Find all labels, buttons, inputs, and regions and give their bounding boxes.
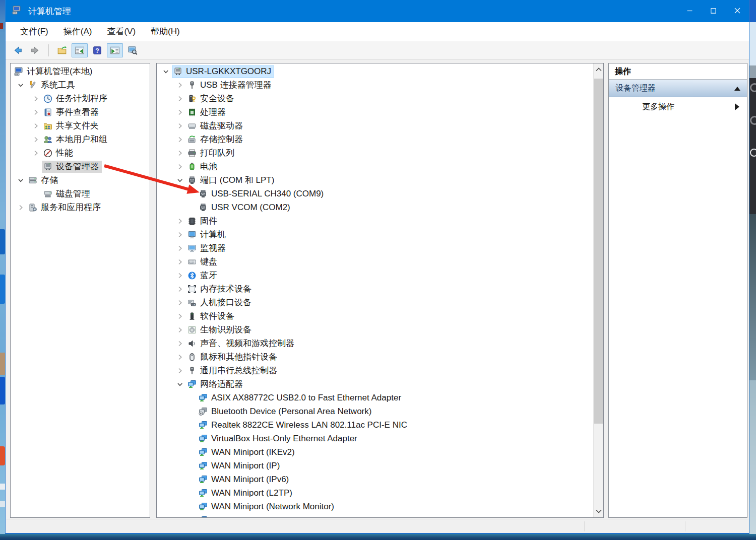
selected-tree-item-content[interactable]: USR-LGKKXTGOORJ bbox=[172, 65, 274, 78]
show-console-tree-button[interactable] bbox=[72, 43, 88, 57]
tree-item-network-adapter[interactable]: WAN Miniport (IKEv2) bbox=[157, 445, 603, 459]
chevron-right-icon[interactable] bbox=[174, 271, 186, 280]
tree-item-content[interactable]: 本地用户和组 bbox=[42, 133, 110, 146]
tree-item-content[interactable]: USB-SERIAL CH340 (COM9) bbox=[197, 188, 327, 200]
tree-item-storage[interactable]: 存储 bbox=[11, 173, 150, 187]
chevron-right-icon[interactable] bbox=[30, 135, 42, 144]
tree-item-performance[interactable]: 性能 bbox=[11, 146, 150, 160]
chevron-right-icon[interactable] bbox=[174, 312, 186, 321]
tree-item-processor[interactable]: 处理器 bbox=[157, 105, 603, 119]
tree-item-com-port[interactable]: USB-SERIAL CH340 (COM9) bbox=[157, 187, 603, 200]
chevron-down-icon[interactable] bbox=[15, 176, 27, 185]
menu-item-a[interactable]: 操作(A) bbox=[56, 22, 100, 41]
actions-section-device-manager[interactable]: 设备管理器 bbox=[609, 80, 747, 97]
tree-item-content[interactable]: 性能 bbox=[42, 147, 76, 159]
chevron-right-icon[interactable] bbox=[174, 325, 186, 334]
tree-item-storage-controller[interactable]: 存储控制器 bbox=[157, 132, 603, 146]
forward-button[interactable] bbox=[27, 43, 43, 57]
chevron-right-icon[interactable] bbox=[30, 94, 42, 103]
tree-item-content[interactable]: 端口 (COM 和 LPT) bbox=[186, 174, 277, 186]
tree-item-content[interactable]: 打印队列 bbox=[186, 147, 237, 159]
tree-item-computer[interactable]: 计算机 bbox=[157, 228, 603, 241]
tree-item-content[interactable]: 通用串行总线控制器 bbox=[186, 365, 280, 377]
chevron-right-icon[interactable] bbox=[174, 257, 186, 266]
tree-item-content[interactable]: USR VCOM (COM2) bbox=[197, 201, 293, 214]
chevron-right-icon[interactable] bbox=[174, 366, 186, 375]
tree-item-computer-management[interactable]: 计算机管理(本地) bbox=[11, 64, 150, 78]
menu-item-h[interactable]: 帮助(H) bbox=[143, 22, 187, 41]
tree-item-battery[interactable]: 电池 bbox=[157, 160, 603, 173]
chevron-down-icon[interactable] bbox=[160, 67, 172, 76]
tree-item-bluetooth[interactable]: 蓝牙 bbox=[157, 268, 603, 282]
tree-item-hid[interactable]: 人机接口设备 bbox=[157, 296, 603, 309]
tree-item-content[interactable] bbox=[197, 515, 214, 518]
tree-item-network-adapter[interactable]: VirtualBox Host-Only Ethernet Adapter bbox=[157, 432, 603, 445]
tree-item-content[interactable]: Bluetooth Device (Personal Area Network) bbox=[197, 406, 374, 418]
chevron-right-icon[interactable] bbox=[174, 81, 186, 90]
close-button[interactable] bbox=[725, 0, 749, 22]
tree-item-software-device[interactable]: 软件设备 bbox=[157, 309, 603, 323]
tree-item-system-tools[interactable]: 系统工具 bbox=[11, 78, 150, 92]
tree-item-content[interactable]: 电池 bbox=[186, 161, 220, 173]
tree-item-disk-drive[interactable]: 磁盘驱动器 bbox=[157, 119, 603, 132]
tree-item-content[interactable]: 服务和应用程序 bbox=[27, 201, 104, 214]
tree-item-content[interactable]: 网络适配器 bbox=[186, 378, 246, 390]
scroll-up-button[interactable] bbox=[594, 63, 603, 76]
tree-item-content[interactable]: 任务计划程序 bbox=[42, 93, 110, 105]
help-button[interactable]: ? bbox=[89, 43, 105, 57]
tree-item-local-users[interactable]: 本地用户和组 bbox=[11, 132, 150, 146]
tree-item-network-adapter[interactable]: WAN Miniport (IPv6) bbox=[157, 472, 603, 486]
tree-item-content[interactable]: 存储控制器 bbox=[186, 133, 246, 146]
chevron-right-icon[interactable] bbox=[15, 203, 27, 212]
selected-tree-item-content[interactable]: 设备管理器 bbox=[42, 161, 102, 173]
chevron-right-icon[interactable] bbox=[30, 149, 42, 158]
chevron-right-icon[interactable] bbox=[174, 217, 186, 226]
chevron-right-icon[interactable] bbox=[174, 135, 186, 144]
chevron-down-icon[interactable] bbox=[174, 380, 186, 389]
tree-item-content[interactable]: 存储 bbox=[27, 174, 61, 186]
tree-item-content[interactable]: 声音、视频和游戏控制器 bbox=[186, 337, 297, 350]
tree-item-content[interactable]: 蓝牙 bbox=[186, 269, 220, 282]
chevron-right-icon[interactable] bbox=[174, 339, 186, 348]
tree-item-usb-controller[interactable]: 通用串行总线控制器 bbox=[157, 364, 603, 377]
chevron-right-icon[interactable] bbox=[174, 298, 186, 307]
tree-item-services[interactable]: 服务和应用程序 bbox=[11, 200, 150, 214]
menu-item-v[interactable]: 查看(V) bbox=[99, 22, 143, 41]
minimize-button[interactable] bbox=[678, 0, 702, 22]
chevron-right-icon[interactable] bbox=[174, 149, 186, 158]
tree-item-content[interactable]: WAN Miniport (Network Monitor) bbox=[197, 501, 337, 513]
chevron-right-icon[interactable] bbox=[174, 94, 186, 103]
tree-item-computer-device[interactable]: USR-LGKKXTGOORJ bbox=[157, 64, 603, 78]
tree-item-content[interactable]: WAN Miniport (L2TP) bbox=[197, 487, 295, 499]
tree-item-content[interactable]: 人机接口设备 bbox=[186, 297, 255, 309]
tree-item-content[interactable]: 安全设备 bbox=[186, 93, 237, 105]
tree-item-content[interactable]: 共享文件夹 bbox=[42, 120, 102, 132]
maximize-button[interactable] bbox=[702, 0, 725, 22]
chevron-right-icon[interactable] bbox=[174, 121, 186, 130]
tree-item-com-port[interactable]: USR VCOM (COM2) bbox=[157, 200, 603, 214]
scrollbar-thumb[interactable] bbox=[594, 79, 603, 424]
chevron-right-icon[interactable] bbox=[174, 244, 186, 253]
tree-item-network-adapter[interactable]: WAN Miniport (L2TP) bbox=[157, 486, 603, 500]
tree-item-content[interactable]: 鼠标和其他指针设备 bbox=[186, 351, 280, 363]
tree-item-content[interactable]: Realtek 8822CE Wireless LAN 802.11ac PCI… bbox=[197, 419, 410, 431]
tree-item-network-adapter[interactable]: WAN Miniport (IP) bbox=[157, 459, 603, 472]
tree-item-content[interactable]: WAN Miniport (IKEv2) bbox=[197, 446, 298, 458]
show-action-pane-button[interactable] bbox=[107, 43, 123, 57]
properties-button[interactable] bbox=[124, 43, 141, 57]
chevron-right-icon[interactable] bbox=[174, 162, 186, 171]
tree-item-content[interactable]: 软件设备 bbox=[186, 310, 237, 322]
tree-item-content[interactable]: 磁盘管理 bbox=[42, 188, 93, 200]
tree-item-event-viewer[interactable]: 事件查看器 bbox=[11, 105, 150, 119]
tree-item-content[interactable]: VirtualBox Host-Only Ethernet Adapter bbox=[197, 433, 360, 445]
chevron-right-icon[interactable] bbox=[30, 121, 42, 130]
chevron-right-icon[interactable] bbox=[174, 353, 186, 362]
tree-item-content[interactable]: 监视器 bbox=[186, 242, 229, 254]
tree-item-content[interactable]: 磁盘驱动器 bbox=[186, 120, 246, 132]
tree-item-mouse[interactable]: 鼠标和其他指针设备 bbox=[157, 350, 603, 364]
tree-item-keyboard[interactable]: 键盘 bbox=[157, 255, 603, 268]
tree-item-biometric[interactable]: 生物识别设备 bbox=[157, 323, 603, 336]
tree-item-content[interactable]: USB 连接器管理器 bbox=[186, 79, 275, 91]
title-bar[interactable]: 计算机管理 bbox=[6, 0, 749, 22]
tree-item-security-device[interactable]: 安全设备 bbox=[157, 92, 603, 105]
